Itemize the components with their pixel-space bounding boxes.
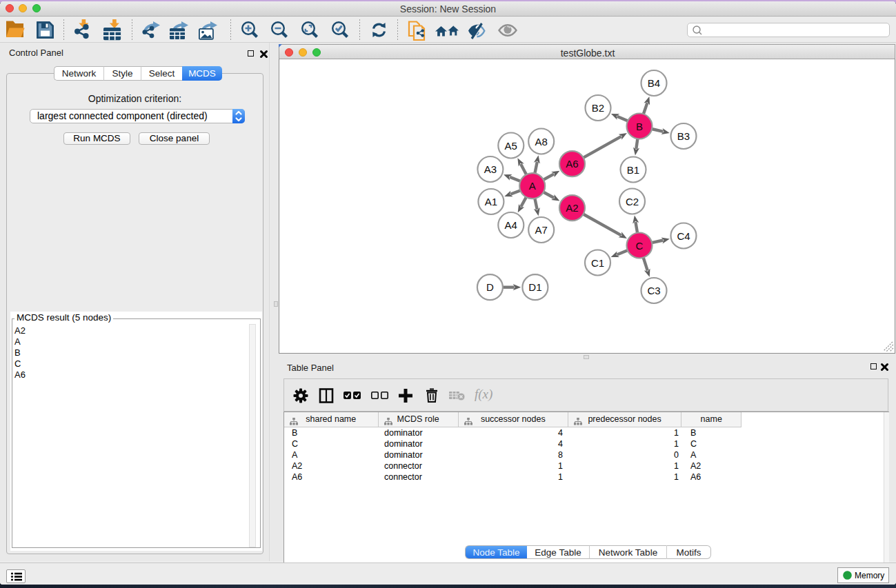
svg-text:B3: B3 <box>677 130 690 142</box>
svg-text:B1: B1 <box>627 164 639 176</box>
svg-text:C1: C1 <box>591 257 604 269</box>
svg-text:B2: B2 <box>592 102 604 114</box>
svg-text:A7: A7 <box>535 224 548 236</box>
svg-text:A6: A6 <box>566 158 578 170</box>
svg-text:D: D <box>486 281 494 293</box>
svg-text:A4: A4 <box>505 219 517 231</box>
svg-text:A1: A1 <box>485 196 497 207</box>
svg-text:B4: B4 <box>648 77 660 89</box>
svg-text:C2: C2 <box>626 196 639 207</box>
svg-text:A: A <box>529 180 536 192</box>
svg-text:A5: A5 <box>505 140 517 152</box>
svg-text:B: B <box>636 121 643 132</box>
svg-text:A2: A2 <box>566 202 578 214</box>
svg-text:C3: C3 <box>647 285 660 296</box>
svg-text:C: C <box>636 240 644 252</box>
svg-text:C4: C4 <box>677 230 690 242</box>
svg-text:A3: A3 <box>484 163 497 175</box>
svg-text:A8: A8 <box>535 136 548 148</box>
svg-text:D1: D1 <box>528 281 541 293</box>
